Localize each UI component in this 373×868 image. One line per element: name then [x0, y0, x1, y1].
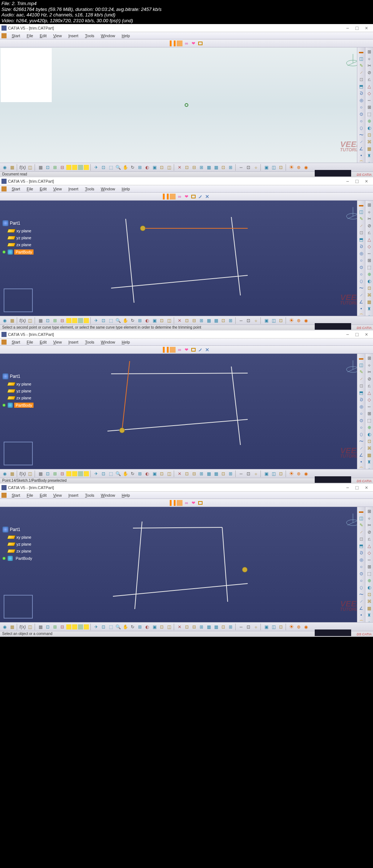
- tool-icon[interactable]: 🔍: [115, 624, 121, 630]
- maximize-button[interactable]: □: [355, 332, 359, 337]
- tool-icon[interactable]: ⊟: [191, 164, 197, 171]
- tool-icon[interactable]: ⟋: [358, 445, 364, 451]
- tool-icon[interactable]: ◫: [270, 470, 277, 477]
- tool-icon[interactable]: ○: [358, 425, 364, 430]
- rect-icon[interactable]: [191, 347, 196, 353]
- tool-icon[interactable]: ⊟: [59, 317, 66, 324]
- tool-icon[interactable]: [72, 624, 77, 629]
- tool-icon[interactable]: ↻: [129, 317, 136, 324]
- tool-icon[interactable]: ⎌: [366, 536, 372, 542]
- tool-icon[interactable]: ⊞: [137, 470, 143, 477]
- tree-xy-plane[interactable]: xy plane: [2, 228, 46, 234]
- menu-file[interactable]: File: [24, 33, 36, 39]
- tool-icon[interactable]: ↻: [129, 164, 136, 171]
- tool-icon[interactable]: ▣: [263, 624, 270, 630]
- tool-icon[interactable]: ◫: [270, 317, 277, 324]
- tool-icon[interactable]: ⟋: [358, 376, 364, 382]
- menu-help[interactable]: Help: [119, 339, 133, 345]
- tool-icon[interactable]: •: [358, 612, 364, 618]
- feature-tree[interactable]: Part1 xy plane yz plane zx plane PartBod…: [2, 373, 46, 408]
- tool-icon[interactable]: [84, 624, 89, 629]
- tool-icon[interactable]: ▦: [37, 164, 44, 171]
- tool-icon[interactable]: ∠: [358, 452, 364, 458]
- tool-icon[interactable]: ↻: [129, 624, 136, 630]
- tool-icon[interactable]: ⊕: [366, 425, 372, 430]
- minimize-button[interactable]: −: [345, 485, 350, 490]
- tool-icon[interactable]: ⊙: [358, 111, 364, 117]
- tool-icon[interactable]: ⊡: [44, 317, 51, 324]
- tool-icon[interactable]: ⊡: [184, 164, 190, 171]
- tool-icon[interactable]: ▦: [213, 164, 219, 171]
- close-button[interactable]: ×: [364, 179, 369, 183]
- tool-icon[interactable]: 🔍: [115, 164, 121, 171]
- tool-icon[interactable]: ◉: [303, 164, 309, 171]
- tool-icon[interactable]: ↻: [129, 470, 136, 477]
- tool-icon[interactable]: ✕: [176, 164, 183, 171]
- tool-icon[interactable]: ⊡: [158, 164, 165, 171]
- tool-icon[interactable]: ⟐: [252, 164, 259, 171]
- tool-icon[interactable]: ⊙: [358, 264, 364, 270]
- tool-icon[interactable]: ⊡: [158, 317, 165, 324]
- tool-icon[interactable]: ⊡: [100, 624, 107, 630]
- maximize-button[interactable]: □: [355, 485, 359, 490]
- tool-icon[interactable]: ✂: [366, 63, 372, 69]
- tool-icon[interactable]: ☀: [288, 470, 295, 477]
- tool-icon[interactable]: ◇: [366, 90, 372, 96]
- tool-icon[interactable]: ⊞: [227, 164, 234, 171]
- tool-icon[interactable]: ▬: [358, 355, 364, 361]
- close-button[interactable]: ×: [364, 332, 369, 337]
- menu-edit[interactable]: Edit: [37, 339, 50, 345]
- tool-icon[interactable]: ⌘: [366, 445, 372, 451]
- tool-icon[interactable]: [78, 471, 83, 476]
- maximize-button[interactable]: □: [355, 26, 359, 30]
- tool-icon[interactable]: ◫: [358, 362, 364, 368]
- tool-icon[interactable]: ◫: [166, 164, 172, 171]
- tool-icon[interactable]: 〜: [358, 285, 364, 291]
- tool-icon[interactable]: ◫: [358, 515, 364, 521]
- tool-icon[interactable]: ⊡: [245, 317, 252, 324]
- menu-tools[interactable]: Tools: [82, 492, 97, 498]
- tool-icon[interactable]: ᘒ: [358, 244, 364, 249]
- tree-yz-plane[interactable]: yz plane: [2, 235, 46, 241]
- tool-icon[interactable]: ⊞: [227, 470, 234, 477]
- close-button[interactable]: ×: [364, 26, 369, 30]
- tool-icon[interactable]: ⊞: [52, 470, 58, 477]
- tool-icon[interactable]: ⊡: [158, 470, 165, 477]
- tool-icon[interactable]: ⊞: [227, 317, 234, 324]
- tool-icon[interactable]: ⊡: [358, 77, 364, 82]
- tool-icon[interactable]: ⊡: [158, 624, 165, 630]
- tool-icon[interactable]: ◐: [366, 431, 372, 437]
- tree-zx-plane[interactable]: zx plane: [2, 395, 46, 401]
- tool-icon[interactable]: ⟋: [358, 598, 364, 604]
- menu-view[interactable]: View: [50, 492, 65, 498]
- tool-icon[interactable]: ✈: [93, 624, 99, 630]
- tool-icon[interactable]: ⟐: [366, 466, 372, 469]
- menu-tools[interactable]: Tools: [82, 339, 97, 345]
- menu-start[interactable]: Start: [9, 339, 23, 345]
- tree-zx-plane[interactable]: zx plane: [2, 548, 46, 554]
- tool-icon[interactable]: ✋: [122, 470, 129, 477]
- tool-icon[interactable]: ○: [358, 271, 364, 277]
- menu-help[interactable]: Help: [119, 186, 133, 192]
- tree-root[interactable]: Part1: [2, 526, 46, 533]
- tool-icon[interactable]: ∠: [358, 299, 364, 305]
- tool-icon[interactable]: ◫: [166, 317, 172, 324]
- tool-icon[interactable]: ⊡: [220, 317, 227, 324]
- infinity-icon[interactable]: ∞: [177, 194, 182, 199]
- tool-icon[interactable]: ▣: [263, 317, 270, 324]
- tool-icon[interactable]: ⟐: [252, 317, 259, 324]
- cut1-icon[interactable]: ⟋: [197, 194, 203, 199]
- tool-icon[interactable]: ⊡: [44, 164, 51, 171]
- tool-icon[interactable]: [72, 165, 77, 170]
- tool-icon[interactable]: ⊞: [198, 624, 205, 630]
- tool-icon[interactable]: ⊟: [59, 470, 66, 477]
- tool-icon[interactable]: ◉: [1, 624, 8, 630]
- menu-help[interactable]: Help: [119, 492, 133, 498]
- tool-icon[interactable]: ◫: [27, 624, 33, 630]
- minimize-button[interactable]: −: [345, 26, 350, 30]
- tool-icon[interactable]: ⬚: [366, 571, 372, 577]
- tool-icon[interactable]: ⌒: [358, 313, 364, 316]
- tree-xy-plane[interactable]: xy plane: [2, 534, 46, 540]
- tool-icon[interactable]: ∠: [358, 146, 364, 152]
- menu-insert[interactable]: Insert: [66, 186, 82, 192]
